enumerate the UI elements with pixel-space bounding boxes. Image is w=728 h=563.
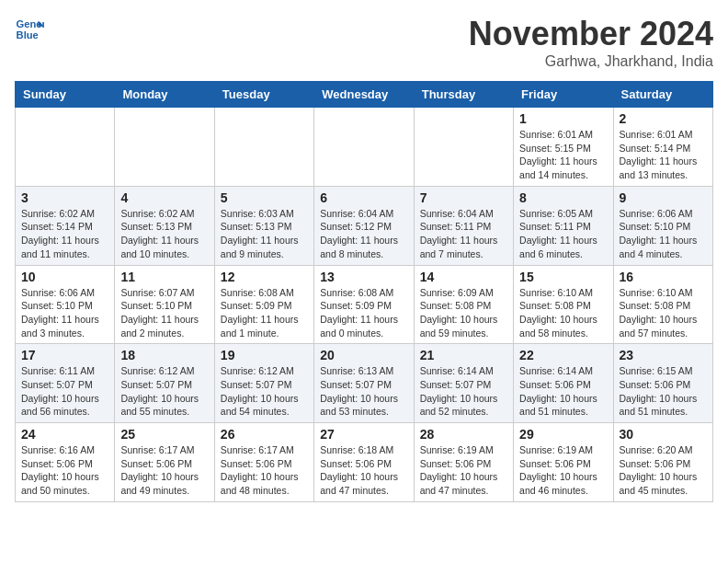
day-info: Sunrise: 6:12 AM Sunset: 5:07 PM Dayligh… [221, 364, 308, 419]
calendar-cell: 6Sunrise: 6:04 AM Sunset: 5:12 PM Daylig… [314, 186, 414, 265]
day-number: 22 [519, 348, 607, 362]
day-number: 7 [420, 190, 507, 205]
calendar-cell: 15Sunrise: 6:10 AM Sunset: 5:08 PM Dayli… [514, 265, 613, 344]
calendar-cell: 11Sunrise: 6:07 AM Sunset: 5:10 PM Dayli… [115, 265, 214, 344]
calendar-cell: 16Sunrise: 6:10 AM Sunset: 5:08 PM Dayli… [613, 265, 712, 344]
day-number: 24 [21, 427, 108, 442]
day-number: 21 [420, 348, 507, 362]
logo-icon: General Blue [15, 15, 44, 44]
day-info: Sunrise: 6:02 AM Sunset: 5:13 PM Dayligh… [120, 207, 208, 261]
day-number: 19 [221, 348, 308, 362]
day-number: 17 [21, 348, 108, 362]
day-number: 15 [519, 270, 607, 284]
calendar-cell: 30Sunrise: 6:20 AM Sunset: 5:06 PM Dayli… [613, 423, 712, 502]
calendar-cell: 22Sunrise: 6:14 AM Sunset: 5:06 PM Dayli… [514, 344, 613, 423]
day-info: Sunrise: 6:11 AM Sunset: 5:07 PM Dayligh… [21, 364, 108, 419]
day-info: Sunrise: 6:06 AM Sunset: 5:10 PM Dayligh… [21, 286, 108, 340]
day-info: Sunrise: 6:04 AM Sunset: 5:11 PM Dayligh… [420, 207, 507, 261]
day-number: 20 [320, 348, 407, 362]
day-number: 6 [320, 190, 407, 205]
day-info: Sunrise: 6:16 AM Sunset: 5:06 PM Dayligh… [21, 443, 108, 498]
day-number: 5 [221, 190, 308, 205]
day-info: Sunrise: 6:10 AM Sunset: 5:08 PM Dayligh… [620, 286, 707, 340]
calendar-cell [214, 108, 313, 187]
weekday-header-sunday: Sunday [16, 82, 115, 108]
day-number: 23 [620, 348, 707, 362]
calendar-cell: 14Sunrise: 6:09 AM Sunset: 5:08 PM Dayli… [414, 265, 513, 344]
week-row-3: 10Sunrise: 6:06 AM Sunset: 5:10 PM Dayli… [16, 265, 713, 344]
svg-text:Blue: Blue [17, 29, 39, 40]
calendar-cell [314, 108, 414, 187]
calendar-cell: 26Sunrise: 6:17 AM Sunset: 5:06 PM Dayli… [214, 423, 313, 502]
day-info: Sunrise: 6:20 AM Sunset: 5:06 PM Dayligh… [620, 443, 707, 498]
calendar-cell: 25Sunrise: 6:17 AM Sunset: 5:06 PM Dayli… [115, 423, 214, 502]
day-number: 8 [519, 190, 607, 205]
day-info: Sunrise: 6:04 AM Sunset: 5:12 PM Dayligh… [320, 207, 407, 261]
calendar-cell: 29Sunrise: 6:19 AM Sunset: 5:06 PM Dayli… [514, 423, 613, 502]
calendar-cell: 9Sunrise: 6:06 AM Sunset: 5:10 PM Daylig… [613, 186, 712, 265]
day-number: 30 [620, 427, 707, 442]
day-info: Sunrise: 6:13 AM Sunset: 5:07 PM Dayligh… [320, 364, 407, 419]
day-number: 9 [620, 190, 707, 205]
day-number: 18 [120, 348, 208, 362]
day-number: 14 [420, 270, 507, 284]
day-info: Sunrise: 6:15 AM Sunset: 5:06 PM Dayligh… [620, 364, 707, 419]
week-row-4: 17Sunrise: 6:11 AM Sunset: 5:07 PM Dayli… [16, 344, 713, 423]
location-subtitle: Garhwa, Jharkhand, India [469, 53, 713, 70]
week-row-5: 24Sunrise: 6:16 AM Sunset: 5:06 PM Dayli… [16, 423, 713, 502]
calendar-cell: 1Sunrise: 6:01 AM Sunset: 5:15 PM Daylig… [514, 108, 613, 187]
day-info: Sunrise: 6:17 AM Sunset: 5:06 PM Dayligh… [120, 443, 208, 498]
day-info: Sunrise: 6:02 AM Sunset: 5:14 PM Dayligh… [21, 207, 108, 261]
title-block: November 2024 Garhwa, Jharkhand, India [469, 15, 713, 70]
day-info: Sunrise: 6:17 AM Sunset: 5:06 PM Dayligh… [221, 443, 308, 498]
calendar-cell: 24Sunrise: 6:16 AM Sunset: 5:06 PM Dayli… [16, 423, 115, 502]
calendar-cell [115, 108, 214, 187]
day-number: 12 [221, 270, 308, 284]
calendar-cell [16, 108, 115, 187]
day-info: Sunrise: 6:01 AM Sunset: 5:15 PM Dayligh… [519, 128, 607, 182]
day-info: Sunrise: 6:12 AM Sunset: 5:07 PM Dayligh… [120, 364, 208, 419]
day-number: 4 [120, 190, 208, 205]
weekday-header-wednesday: Wednesday [314, 82, 414, 108]
day-info: Sunrise: 6:08 AM Sunset: 5:09 PM Dayligh… [320, 286, 407, 340]
day-info: Sunrise: 6:10 AM Sunset: 5:08 PM Dayligh… [519, 286, 607, 340]
weekday-header-row: SundayMondayTuesdayWednesdayThursdayFrid… [16, 82, 713, 108]
day-number: 28 [420, 427, 507, 442]
weekday-header-tuesday: Tuesday [214, 82, 313, 108]
calendar-cell: 10Sunrise: 6:06 AM Sunset: 5:10 PM Dayli… [16, 265, 115, 344]
calendar-cell: 20Sunrise: 6:13 AM Sunset: 5:07 PM Dayli… [314, 344, 414, 423]
month-title: November 2024 [469, 15, 713, 53]
day-number: 10 [21, 270, 108, 284]
calendar-cell: 17Sunrise: 6:11 AM Sunset: 5:07 PM Dayli… [16, 344, 115, 423]
calendar-cell: 2Sunrise: 6:01 AM Sunset: 5:14 PM Daylig… [613, 108, 712, 187]
week-row-1: 1Sunrise: 6:01 AM Sunset: 5:15 PM Daylig… [16, 108, 713, 187]
calendar-cell: 23Sunrise: 6:15 AM Sunset: 5:06 PM Dayli… [613, 344, 712, 423]
day-info: Sunrise: 6:06 AM Sunset: 5:10 PM Dayligh… [620, 207, 707, 261]
day-number: 2 [620, 111, 707, 126]
day-number: 27 [320, 427, 407, 442]
calendar-cell: 19Sunrise: 6:12 AM Sunset: 5:07 PM Dayli… [214, 344, 313, 423]
day-number: 3 [21, 190, 108, 205]
day-number: 16 [620, 270, 707, 284]
calendar-cell [414, 108, 513, 187]
calendar-cell: 7Sunrise: 6:04 AM Sunset: 5:11 PM Daylig… [414, 186, 513, 265]
week-row-2: 3Sunrise: 6:02 AM Sunset: 5:14 PM Daylig… [16, 186, 713, 265]
calendar-cell: 4Sunrise: 6:02 AM Sunset: 5:13 PM Daylig… [115, 186, 214, 265]
calendar-cell: 3Sunrise: 6:02 AM Sunset: 5:14 PM Daylig… [16, 186, 115, 265]
weekday-header-thursday: Thursday [414, 82, 513, 108]
calendar-cell: 28Sunrise: 6:19 AM Sunset: 5:06 PM Dayli… [414, 423, 513, 502]
calendar-cell: 8Sunrise: 6:05 AM Sunset: 5:11 PM Daylig… [514, 186, 613, 265]
weekday-header-saturday: Saturday [613, 82, 712, 108]
page-header: General Blue November 2024 Garhwa, Jhark… [15, 15, 713, 70]
day-info: Sunrise: 6:07 AM Sunset: 5:10 PM Dayligh… [120, 286, 208, 340]
calendar-cell: 13Sunrise: 6:08 AM Sunset: 5:09 PM Dayli… [314, 265, 414, 344]
day-info: Sunrise: 6:14 AM Sunset: 5:07 PM Dayligh… [420, 364, 507, 419]
calendar-cell: 21Sunrise: 6:14 AM Sunset: 5:07 PM Dayli… [414, 344, 513, 423]
day-info: Sunrise: 6:09 AM Sunset: 5:08 PM Dayligh… [420, 286, 507, 340]
day-info: Sunrise: 6:05 AM Sunset: 5:11 PM Dayligh… [519, 207, 607, 261]
day-number: 11 [120, 270, 208, 284]
day-number: 13 [320, 270, 407, 284]
day-info: Sunrise: 6:08 AM Sunset: 5:09 PM Dayligh… [221, 286, 308, 340]
weekday-header-friday: Friday [514, 82, 613, 108]
day-info: Sunrise: 6:19 AM Sunset: 5:06 PM Dayligh… [519, 443, 607, 498]
